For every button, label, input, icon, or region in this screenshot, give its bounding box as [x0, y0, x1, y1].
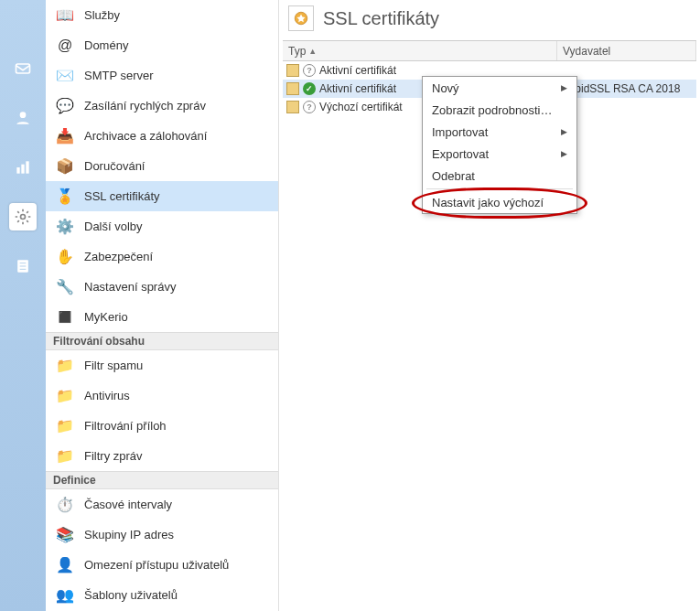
sidebar-item[interactable]: 💬Zasílání rychlých zpráv [46, 91, 278, 121]
sidebar: 📖Služby@Domény✉️SMTP server💬Zasílání ryc… [46, 0, 279, 611]
sidebar-item-label: SSL certifikáty [84, 189, 160, 203]
sidebar-item-icon: ⏱️ [55, 495, 75, 515]
ctx-menu-item[interactable]: Zobrazit podrobnosti… [423, 99, 576, 121]
sidebar-item-icon: 📚 [55, 525, 75, 545]
sidebar-item[interactable]: 📚Skupiny IP adres [46, 520, 278, 550]
sidebar-item[interactable]: 📁Filtrování příloh [46, 411, 278, 441]
ctx-menu-item[interactable]: Importovat▶ [423, 121, 576, 143]
ctx-menu-item[interactable]: Exportovat▶ [423, 143, 576, 165]
ctx-menu-item[interactable]: Nový▶ [423, 77, 576, 99]
main-panel: SSL certifikáty Typ ▲ Vydavatel ?Aktivní… [279, 0, 700, 611]
ctx-item-label: Exportovat [432, 147, 489, 161]
sidebar-item[interactable]: 📁Filtr spamu [46, 350, 278, 381]
sidebar-item[interactable]: 📁Filtry zpráv [46, 441, 278, 471]
sidebar-item-label: Služby [84, 8, 120, 22]
ctx-item-label: Nový [432, 81, 459, 95]
rail-stats-icon[interactable] [9, 154, 37, 181]
sidebar-item-icon: 📦 [55, 156, 75, 177]
svg-rect-4 [26, 161, 28, 173]
sidebar-item-icon: 📁 [55, 386, 75, 406]
sidebar-item[interactable]: 📥Archivace a zálohování [46, 121, 278, 151]
certificate-icon [286, 64, 299, 77]
rail-mail-icon[interactable] [9, 55, 37, 82]
sidebar-item[interactable]: 📁Antivirus [46, 381, 278, 411]
sidebar-item-label: Filtrování příloh [84, 419, 167, 433]
sidebar-item-label: Antivirus [84, 389, 130, 402]
chevron-right-icon: ▶ [561, 149, 567, 158]
sidebar-item-icon: 💬 [55, 96, 75, 116]
sidebar-item-icon: 👤 [55, 555, 75, 575]
sidebar-item[interactable]: ✋Zabezpečení [46, 241, 278, 272]
cert-table: Typ ▲ Vydavatel ?Aktivní certifikát✓Akti… [283, 40, 696, 611]
sidebar-item-label: Skupiny IP adres [84, 528, 174, 541]
table-header: Typ ▲ Vydavatel [283, 41, 696, 61]
sidebar-item-icon: @ [55, 36, 75, 56]
sidebar-item-icon: 📁 [55, 416, 75, 436]
col-header-typ[interactable]: Typ ▲ [283, 41, 557, 60]
page-title: SSL certifikáty [323, 8, 439, 29]
chevron-right-icon: ▶ [561, 83, 567, 92]
sidebar-item-icon: ◼️ [55, 307, 75, 327]
sidebar-item[interactable]: @Domény [46, 30, 278, 60]
sidebar-item[interactable]: 👤Omezení přístupu uživatelů [46, 550, 278, 580]
ctx-item-label: Importovat [432, 125, 488, 139]
ctx-item-label: Nastavit jako výchozí [432, 196, 544, 209]
sidebar-item-label: MyKerio [84, 310, 128, 324]
sidebar-item[interactable]: ◼️MyKerio [46, 302, 278, 332]
svg-rect-3 [21, 165, 24, 174]
ctx-separator [426, 188, 573, 189]
sidebar-item-label: Doručování [84, 159, 145, 173]
icon-rail [0, 0, 46, 611]
sidebar-item-icon: 📖 [55, 5, 75, 26]
ssl-cert-icon [288, 5, 314, 31]
sidebar-item[interactable]: 🏅SSL certifikáty [46, 181, 278, 211]
rail-notes-icon[interactable] [9, 252, 37, 280]
sidebar-item-icon: ✉️ [55, 66, 75, 86]
ctx-menu-item[interactable]: Odebrat [423, 165, 576, 187]
sidebar-item-icon: ✋ [55, 247, 75, 267]
sidebar-item-label: Filtr spamu [84, 359, 143, 372]
svg-rect-2 [16, 167, 19, 174]
certificate-icon [286, 101, 299, 113]
sidebar-item-icon: 🔧 [55, 277, 75, 297]
svg-rect-0 [16, 64, 30, 73]
sidebar-item-icon: 📥 [55, 126, 75, 146]
context-menu: Nový▶Zobrazit podrobnosti…Importovat▶Exp… [422, 76, 577, 214]
sidebar-item-label: Nastavení správy [84, 280, 176, 294]
rail-settings-icon[interactable] [9, 203, 37, 230]
ctx-item-label: Zobrazit podrobnosti… [432, 103, 553, 117]
certificate-icon [286, 82, 299, 95]
sidebar-item-label: Archivace a zálohování [84, 129, 207, 143]
sort-asc-icon: ▲ [308, 47, 317, 56]
col-header-vydavatel[interactable]: Vydavatel [557, 41, 696, 60]
status-unknown-icon: ? [303, 64, 316, 77]
ctx-item-label: Odebrat [432, 169, 475, 183]
col-vydavatel-label: Vydavatel [563, 45, 610, 58]
cell-typ-text: Aktivní certifikát [319, 64, 396, 77]
cell-vydavatel: RapidSSL RSA CA 2018 [557, 82, 696, 95]
col-typ-label: Typ [288, 45, 306, 58]
ctx-menu-item[interactable]: Nastavit jako výchozí [423, 191, 576, 213]
cell-typ-text: Výchozí certifikát [319, 101, 403, 113]
chevron-right-icon: ▶ [561, 127, 567, 136]
sidebar-item-icon: 📁 [55, 356, 75, 376]
sidebar-item[interactable]: 📖Služby [46, 0, 278, 30]
svg-point-1 [20, 112, 27, 118]
rail-user-icon[interactable] [9, 104, 37, 132]
cell-typ-text: Aktivní certifikát [319, 82, 396, 95]
sidebar-item-label: SMTP server [84, 69, 154, 82]
sidebar-item-icon: ⚙️ [55, 217, 75, 237]
sidebar-item[interactable]: ⚙️Další volby [46, 211, 278, 241]
sidebar-item[interactable]: 👥Šablony uživatelů [46, 580, 278, 610]
sidebar-item-label: Zasílání rychlých zpráv [84, 99, 206, 113]
page-header: SSL certifikáty [279, 0, 700, 40]
svg-point-5 [21, 215, 26, 220]
sidebar-item-label: Omezení přístupu uživatelů [84, 558, 229, 572]
sidebar-item-icon: 📁 [55, 446, 75, 466]
sidebar-item-label: Filtry zpráv [84, 449, 143, 463]
sidebar-item[interactable]: ✉️SMTP server [46, 60, 278, 91]
sidebar-item[interactable]: ⏱️Časové intervaly [46, 489, 278, 520]
sidebar-item-label: Časové intervaly [84, 498, 172, 511]
sidebar-item[interactable]: 📦Doručování [46, 151, 278, 181]
sidebar-item[interactable]: 🔧Nastavení správy [46, 272, 278, 302]
